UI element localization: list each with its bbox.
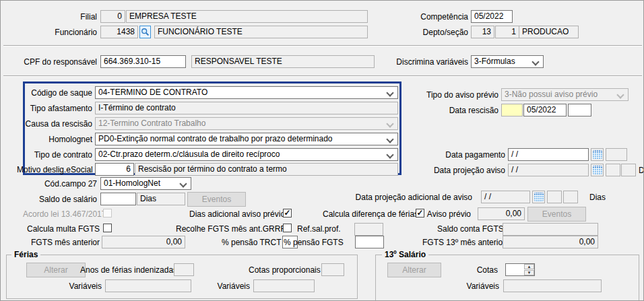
company-name-field: EMPRESA TESTE [126,10,368,23]
pensao-trct-label: % pensão TRCT [222,238,280,247]
cpf-label: CPF do responsável [14,57,97,67]
fgts-anterior-field: 0,00 [102,236,185,248]
motivo-esocial-code-field[interactable]: 6 [95,163,134,176]
tipo-contrato-label: Tipo de contrato [21,150,92,160]
salario13-title: 13º Salário [382,250,428,259]
data-pagamento-extra-field [606,148,627,161]
salario13-cotas-label: Cotas [465,265,498,275]
aviso-eventos-button: Eventos [527,207,586,222]
dias-adicional-checkbox[interactable] [283,209,292,218]
data-adicional-d1-field [547,191,562,203]
ferias-variaveis2-label: Variáveis [208,281,250,291]
data-pagamento-label: Data pagamento [425,150,505,160]
recolhe-fgts-label: Recolhe FGTS mês ant.GRRF [176,224,280,234]
cotas-proporcionais-label: Cotas proporcionais [249,265,319,275]
competencia-label: Competência [398,12,468,22]
dias-label: Dias [589,193,606,202]
tipo-aviso-label: Tipo do aviso prévio [418,90,498,100]
codigo-saque-select[interactable]: 04-TERMINO DE CONTRATO [95,86,398,99]
saldo-salario-label: Saldo de salário [28,195,97,204]
motivo-esocial-label: Motivo deslig.eSocial [17,165,92,174]
ref-sal-label: Ref.sal.prof. [297,224,340,234]
chevron-down-icon [386,135,393,143]
data-adicional-d2-field [563,191,578,203]
data-rescisao-dia-field[interactable] [501,104,523,116]
chevron-down-icon [386,120,393,127]
fgts13-field: 0,00 [503,236,598,248]
homolognet-label: Homolognet [21,135,92,144]
data-projecao-calendar-button[interactable] [591,164,604,176]
chevron-down-icon [179,180,187,187]
anos-ferias-field [174,263,194,276]
recolhe-fgts-checkbox[interactable] [283,224,292,232]
saldo-salario-field[interactable] [100,193,136,205]
chevron-down-icon [386,151,393,158]
fgts13-label: FGTS 13º mês anterior [422,238,498,247]
filial-code-field: 0 [100,10,125,23]
codigo-saque-value: 04-TERMINO DE CONTRATO [98,88,207,97]
chevron-down-icon [616,91,624,98]
salario13-alterar-button: Alterar [387,263,441,277]
chevron-down-icon [532,58,539,65]
dias-adicional-label: Dias adicional aviso prévio [189,209,280,219]
saldo-dias-field: Dias [137,193,185,205]
salario13-groupbox [375,255,639,301]
tipo-afastamento-label: Tipo afastamento [21,104,92,113]
salario13-variaveis-label: Variáveis [457,281,499,291]
saldo-conta-fgts-label: Saldo conta FGTS [437,224,498,234]
ref-sal-field [354,223,383,236]
data-projecao-label: Data projeção aviso [425,166,505,175]
depto-label: Depto/seção [398,28,468,37]
codigo-saque-label: Código de saque [21,88,92,98]
chevron-down-icon [386,89,393,96]
data-pagamento-calendar-button[interactable] [591,148,604,161]
pensao-fgts-label: % pensão FGTS [284,238,340,247]
data-rescisao-mes-field[interactable]: 05/2022 [523,104,567,116]
aviso-previo-field: 0,00 [478,207,525,220]
employee-name-field: FUNCIONÁRIO TESTE [154,26,368,38]
data-adicional-label: Data projeção adicional de aviso [351,193,472,202]
discrimina-select[interactable]: 3-Fórmulas [471,55,544,68]
cpf-field[interactable]: 664.369.310-15 [100,55,186,68]
calendar-icon [534,193,544,201]
secao-name-field: PRODUCAO [519,26,579,38]
pensao-fgts-field[interactable] [355,236,384,248]
saldo-conta-fgts-field [503,223,598,236]
separator [3,45,642,46]
tipo-contrato-select[interactable]: 02-Ctr.prazo determ.c/cláusula de direit… [95,148,398,161]
employee-search-button[interactable] [139,26,151,38]
ferias-title: Férias [11,250,40,259]
anos-ferias-label: Anos de férias indenizadas [80,265,171,275]
data-rescisao-label: Data rescisão [418,106,498,115]
cod-campo27-value: 01-HomologNet [104,178,160,188]
data-adicional-field: / / [481,191,530,203]
calcula-diferenca-checkbox[interactable] [416,209,424,218]
salario13-cotas-stepper[interactable]: ▲ ▼ [505,263,535,276]
ferias-variaveis2-field [253,279,315,292]
rescisao-window: Filial 0 EMPRESA TESTE Funcionário 1438 … [0,0,644,301]
causa-rescisao-value: 12-Termino Contrato Trabalho [98,119,205,128]
calendar-icon [593,166,602,174]
ferias-variaveis-label: Variáveis [60,281,102,291]
cod-campo27-label: Cód.campo 27 [28,179,97,189]
calcula-diferenca-label: Calcula diferença de férias [323,209,413,219]
dias-label: Dias [639,166,644,175]
homolognet-select[interactable]: PD0-Extinção normal contrato de trabalho… [95,133,398,145]
causa-rescisao-label: Causa da rescisão [21,119,92,129]
causa-rescisao-select: 12-Termino Contrato Trabalho [95,117,398,130]
cod-campo27-select[interactable]: 01-HomologNet [100,177,191,190]
spinner-up-icon[interactable]: ▲ [524,264,534,269]
employee-code-field: 1438 [100,26,138,38]
spinner-down-icon[interactable]: ▼ [524,270,534,275]
acordo-lei-checkbox [103,209,112,218]
calcula-multa-checkbox[interactable] [103,224,112,232]
aviso-previo-label: Aviso prévio [425,209,471,219]
saldo-eventos-button: Eventos [187,192,246,207]
data-pagamento-field[interactable]: / / [508,148,589,161]
ferias-alterar-button: Alterar [26,263,86,277]
data-adicional-calendar-button[interactable] [532,191,545,203]
data-rescisao-extra-field[interactable] [568,104,591,116]
responsavel-name-field: RESPONSAVEL TESTE [191,55,375,68]
data-projecao-d1-field [606,164,620,176]
competencia-field[interactable]: 05/2022 [471,10,513,23]
